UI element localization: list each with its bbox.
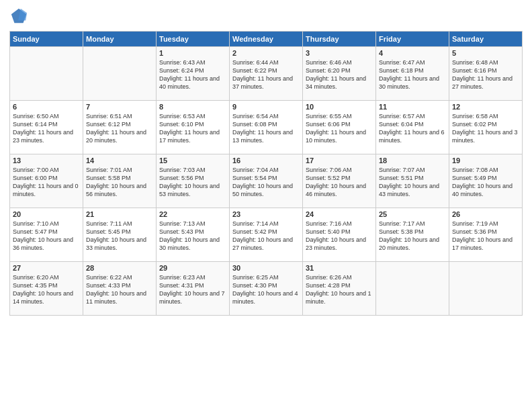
calendar-cell: 21Sunrise: 7:11 AM Sunset: 5:45 PM Dayli…: [83, 208, 157, 262]
calendar-cell: 30Sunrise: 6:25 AM Sunset: 4:30 PM Dayli…: [230, 262, 303, 316]
day-content: Sunrise: 6:22 AM Sunset: 4:33 PM Dayligh…: [86, 273, 153, 306]
day-number: 23: [232, 210, 300, 218]
col-header-wednesday: Wednesday: [230, 32, 303, 47]
day-number: 5: [452, 49, 519, 57]
day-number: 22: [159, 210, 226, 218]
day-content: Sunrise: 7:14 AM Sunset: 5:42 PM Dayligh…: [232, 220, 300, 253]
day-content: Sunrise: 6:53 AM Sunset: 6:10 PM Dayligh…: [159, 112, 226, 145]
calendar-cell: 19Sunrise: 7:08 AM Sunset: 5:49 PM Dayli…: [449, 154, 523, 208]
week-row-4: 27Sunrise: 6:20 AM Sunset: 4:35 PM Dayli…: [10, 262, 523, 316]
day-number: 3: [306, 49, 373, 57]
day-number: 16: [232, 156, 300, 165]
calendar-cell: 6Sunrise: 6:50 AM Sunset: 6:14 PM Daylig…: [10, 101, 83, 154]
day-content: Sunrise: 6:25 AM Sunset: 4:30 PM Dayligh…: [232, 273, 300, 306]
day-content: Sunrise: 6:54 AM Sunset: 6:08 PM Dayligh…: [232, 112, 300, 145]
day-number: 14: [86, 156, 153, 165]
day-content: Sunrise: 7:19 AM Sunset: 5:36 PM Dayligh…: [452, 220, 519, 253]
calendar-cell: 13Sunrise: 7:00 AM Sunset: 6:00 PM Dayli…: [10, 154, 83, 208]
calendar-cell: 25Sunrise: 7:17 AM Sunset: 5:38 PM Dayli…: [376, 208, 449, 262]
day-number: 25: [379, 210, 446, 218]
calendar-cell: 10Sunrise: 6:55 AM Sunset: 6:06 PM Dayli…: [303, 101, 376, 154]
col-header-monday: Monday: [83, 32, 157, 47]
day-number: 24: [306, 210, 373, 218]
day-number: 11: [379, 103, 446, 111]
day-content: Sunrise: 6:43 AM Sunset: 6:24 PM Dayligh…: [159, 58, 226, 91]
calendar-cell: 1Sunrise: 6:43 AM Sunset: 6:24 PM Daylig…: [157, 47, 230, 101]
day-content: Sunrise: 7:16 AM Sunset: 5:40 PM Dayligh…: [306, 220, 373, 253]
day-number: 19: [452, 156, 519, 165]
calendar-cell: 12Sunrise: 6:58 AM Sunset: 6:02 PM Dayli…: [449, 101, 523, 154]
calendar-cell: 9Sunrise: 6:54 AM Sunset: 6:08 PM Daylig…: [230, 101, 303, 154]
calendar-cell: 26Sunrise: 7:19 AM Sunset: 5:36 PM Dayli…: [449, 208, 523, 262]
calendar-cell: 31Sunrise: 6:26 AM Sunset: 4:28 PM Dayli…: [303, 262, 376, 316]
day-number: 15: [159, 156, 226, 165]
day-content: Sunrise: 7:07 AM Sunset: 5:51 PM Dayligh…: [379, 166, 446, 199]
calendar-cell: [449, 262, 523, 316]
day-content: Sunrise: 6:47 AM Sunset: 6:18 PM Dayligh…: [379, 58, 446, 91]
day-content: Sunrise: 6:58 AM Sunset: 6:02 PM Dayligh…: [452, 112, 519, 145]
day-number: 13: [13, 156, 80, 165]
calendar-cell: 18Sunrise: 7:07 AM Sunset: 5:51 PM Dayli…: [376, 154, 449, 208]
calendar-cell: 27Sunrise: 6:20 AM Sunset: 4:35 PM Dayli…: [10, 262, 83, 316]
day-number: 2: [232, 49, 300, 57]
day-content: Sunrise: 6:48 AM Sunset: 6:16 PM Dayligh…: [452, 58, 519, 91]
week-row-2: 13Sunrise: 7:00 AM Sunset: 6:00 PM Dayli…: [10, 154, 523, 208]
day-number: 12: [452, 103, 519, 111]
day-content: Sunrise: 6:57 AM Sunset: 6:04 PM Dayligh…: [379, 112, 446, 145]
day-number: 1: [159, 49, 226, 57]
day-content: Sunrise: 6:50 AM Sunset: 6:14 PM Dayligh…: [13, 112, 80, 145]
day-number: 31: [306, 264, 373, 272]
logo-icon: [9, 7, 28, 26]
calendar-cell: 29Sunrise: 6:23 AM Sunset: 4:31 PM Dayli…: [157, 262, 230, 316]
col-header-sunday: Sunday: [10, 32, 83, 47]
week-row-1: 6Sunrise: 6:50 AM Sunset: 6:14 PM Daylig…: [10, 101, 523, 154]
calendar-cell: 7Sunrise: 6:51 AM Sunset: 6:12 PM Daylig…: [83, 101, 157, 154]
day-number: 21: [86, 210, 153, 218]
calendar-cell: [83, 47, 157, 101]
day-number: 6: [13, 103, 80, 111]
day-content: Sunrise: 7:11 AM Sunset: 5:45 PM Dayligh…: [86, 220, 153, 253]
day-content: Sunrise: 6:20 AM Sunset: 4:35 PM Dayligh…: [13, 273, 80, 306]
calendar-table: SundayMondayTuesdayWednesdayThursdayFrid…: [9, 31, 523, 316]
calendar-cell: 28Sunrise: 6:22 AM Sunset: 4:33 PM Dayli…: [83, 262, 157, 316]
day-content: Sunrise: 7:03 AM Sunset: 5:56 PM Dayligh…: [159, 166, 226, 199]
day-number: 27: [13, 264, 80, 272]
day-content: Sunrise: 6:44 AM Sunset: 6:22 PM Dayligh…: [232, 58, 300, 91]
day-content: Sunrise: 7:10 AM Sunset: 5:47 PM Dayligh…: [13, 220, 80, 253]
calendar-cell: [376, 262, 449, 316]
calendar-cell: 5Sunrise: 6:48 AM Sunset: 6:16 PM Daylig…: [449, 47, 523, 101]
day-content: Sunrise: 7:08 AM Sunset: 5:49 PM Dayligh…: [452, 166, 519, 199]
day-content: Sunrise: 7:01 AM Sunset: 5:58 PM Dayligh…: [86, 166, 153, 199]
calendar-cell: 3Sunrise: 6:46 AM Sunset: 6:20 PM Daylig…: [303, 47, 376, 101]
calendar-cell: 23Sunrise: 7:14 AM Sunset: 5:42 PM Dayli…: [230, 208, 303, 262]
calendar-cell: 22Sunrise: 7:13 AM Sunset: 5:43 PM Dayli…: [157, 208, 230, 262]
day-number: 28: [86, 264, 153, 272]
calendar-cell: 14Sunrise: 7:01 AM Sunset: 5:58 PM Dayli…: [83, 154, 157, 208]
day-number: 30: [232, 264, 300, 272]
day-content: Sunrise: 6:46 AM Sunset: 6:20 PM Dayligh…: [306, 58, 373, 91]
day-content: Sunrise: 6:51 AM Sunset: 6:12 PM Dayligh…: [86, 112, 153, 145]
day-content: Sunrise: 7:17 AM Sunset: 5:38 PM Dayligh…: [379, 220, 446, 253]
day-content: Sunrise: 7:06 AM Sunset: 5:52 PM Dayligh…: [306, 166, 373, 199]
day-number: 17: [306, 156, 373, 165]
day-content: Sunrise: 6:55 AM Sunset: 6:06 PM Dayligh…: [306, 112, 373, 145]
calendar-cell: 17Sunrise: 7:06 AM Sunset: 5:52 PM Dayli…: [303, 154, 376, 208]
header: [9, 7, 523, 26]
day-content: Sunrise: 7:13 AM Sunset: 5:43 PM Dayligh…: [159, 220, 226, 253]
day-number: 10: [306, 103, 373, 111]
calendar-cell: 20Sunrise: 7:10 AM Sunset: 5:47 PM Dayli…: [10, 208, 83, 262]
calendar-cell: 15Sunrise: 7:03 AM Sunset: 5:56 PM Dayli…: [157, 154, 230, 208]
calendar-cell: 16Sunrise: 7:04 AM Sunset: 5:54 PM Dayli…: [230, 154, 303, 208]
day-content: Sunrise: 7:04 AM Sunset: 5:54 PM Dayligh…: [232, 166, 300, 199]
col-header-friday: Friday: [376, 32, 449, 47]
col-header-saturday: Saturday: [449, 32, 523, 47]
logo: [9, 7, 30, 26]
day-number: 4: [379, 49, 446, 57]
day-number: 7: [86, 103, 153, 111]
day-number: 18: [379, 156, 446, 165]
col-header-thursday: Thursday: [303, 32, 376, 47]
calendar-cell: 2Sunrise: 6:44 AM Sunset: 6:22 PM Daylig…: [230, 47, 303, 101]
day-number: 26: [452, 210, 519, 218]
calendar-cell: 8Sunrise: 6:53 AM Sunset: 6:10 PM Daylig…: [157, 101, 230, 154]
col-header-tuesday: Tuesday: [157, 32, 230, 47]
